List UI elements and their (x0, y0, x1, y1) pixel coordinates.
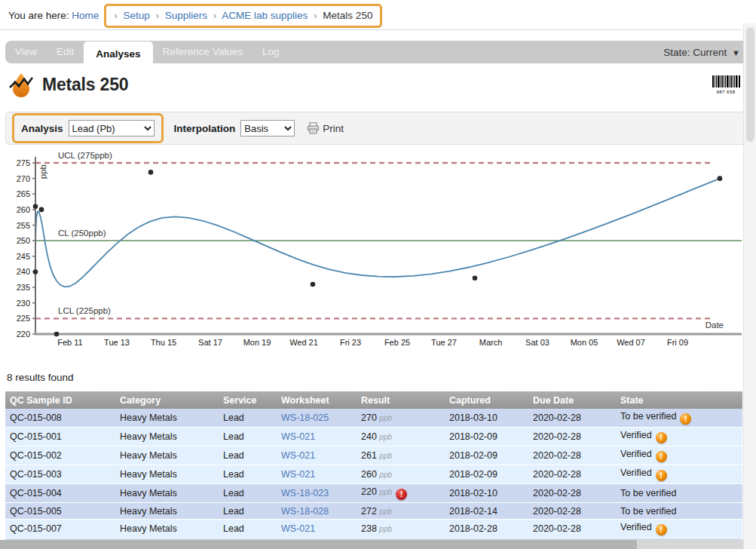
svg-text:Fri 09: Fri 09 (667, 338, 688, 347)
breadcrumb-separator: › (155, 10, 159, 21)
svg-text:245: 245 (17, 252, 30, 261)
due-date: 2020-02-28 (528, 484, 616, 503)
due-date: 2020-02-28 (528, 520, 616, 538)
horizontal-scrollbar[interactable] (0, 540, 743, 549)
result-cell: 272 ppb (357, 503, 445, 520)
worksheet-link[interactable]: WS-021 (281, 450, 315, 461)
worksheet-link[interactable]: WS-021 (281, 523, 315, 534)
worksheet-link[interactable]: WS-021 (281, 431, 315, 442)
interpolation-select[interactable]: Basis (240, 120, 295, 136)
col-worksheet[interactable]: Worksheet (277, 391, 357, 409)
service: Lead (219, 409, 277, 428)
printer-icon (307, 122, 320, 134)
col-state[interactable]: State (616, 391, 742, 409)
reference-sample-icon (8, 70, 35, 99)
svg-text:Mon 05: Mon 05 (571, 338, 598, 347)
svg-text:225: 225 (17, 314, 30, 323)
attention-icon (656, 451, 667, 462)
col-qc-sample-id[interactable]: QC Sample ID (5, 391, 115, 409)
state-cell: To be verified (616, 409, 742, 428)
results-count: 8 results found (7, 372, 756, 383)
analysis-select[interactable]: Lead (Pb) (69, 120, 155, 136)
horizontal-scrollbar-thumb[interactable] (0, 540, 637, 549)
breadcrumb-supplier-acme[interactable]: ACME lab supplies (222, 10, 308, 21)
qc-sample-id: QC-015-007 (5, 520, 115, 538)
svg-text:Wed 07: Wed 07 (617, 338, 645, 347)
captured-date: 2018-02-10 (445, 484, 528, 503)
worksheet-link[interactable]: WS-18-025 (281, 413, 329, 423)
attention-icon (656, 432, 667, 443)
table-row: QC-015-002 Heavy Metals Lead WS-021 261 … (5, 446, 742, 465)
control-chart-svg: UCL (275ppb)CL (250ppb)LCL (225ppb)22022… (0, 152, 746, 359)
category: Heavy Metals (115, 465, 219, 484)
print-button[interactable]: Print (307, 122, 344, 134)
category: Heavy Metals (115, 446, 219, 465)
due-date: 2020-02-28 (528, 446, 616, 465)
barcode-bars-icon (712, 75, 740, 87)
highlight-box-breadcrumb: › Setup › Suppliers › ACME lab supplies … (104, 4, 382, 28)
svg-text:UCL (275ppb): UCL (275ppb) (58, 152, 112, 160)
worksheet-link[interactable]: WS-18-028 (281, 506, 329, 517)
state-dropdown[interactable]: State: Current ▼ (663, 47, 751, 58)
svg-text:250: 250 (17, 236, 30, 245)
svg-text:Date: Date (705, 321, 724, 330)
result-cell: 238 ppb (357, 520, 445, 538)
col-due-date[interactable]: Due Date (528, 391, 616, 409)
attention-icon (656, 524, 667, 535)
due-date: 2020-02-28 (528, 409, 616, 428)
breadcrumb-separator: › (114, 10, 118, 21)
col-result[interactable]: Result (357, 391, 445, 409)
state-cell: Verified (616, 520, 742, 538)
svg-text:Tue 27: Tue 27 (431, 338, 457, 347)
tab-reference-values[interactable]: Reference Values (153, 41, 253, 63)
svg-text:Fri 23: Fri 23 (340, 338, 361, 347)
table-header-row: QC Sample ID Category Service Worksheet … (5, 391, 742, 409)
interpolation-label: Interpolation (174, 123, 236, 134)
svg-text:260: 260 (17, 205, 30, 214)
worksheet-link[interactable]: WS-18-023 (281, 488, 329, 498)
captured-date: 2018-02-28 (445, 520, 528, 538)
worksheet-link[interactable]: WS-021 (281, 469, 315, 480)
captured-date: 2018-03-10 (445, 409, 528, 428)
service: Lead (219, 428, 277, 446)
service: Lead (219, 465, 277, 484)
breadcrumb-suppliers[interactable]: Suppliers (165, 10, 207, 21)
tab-analyses[interactable]: Analyses (84, 41, 152, 67)
tab-log[interactable]: Log (253, 41, 289, 63)
svg-text:255: 255 (17, 221, 30, 230)
result-cell: 270 ppb (357, 409, 445, 428)
print-label: Print (323, 123, 344, 134)
page-header: Metals 250 987 658 (8, 70, 741, 99)
barcode[interactable]: 987 658 (711, 75, 741, 94)
highlight-box-analysis: Analysis Lead (Pb) (12, 113, 164, 143)
col-service[interactable]: Service (219, 391, 277, 409)
breadcrumb-home[interactable]: Home (72, 10, 99, 21)
svg-text:Feb 11: Feb 11 (57, 338, 82, 347)
state-cell: To be verified (616, 484, 742, 503)
col-category[interactable]: Category (115, 391, 219, 409)
table-row: QC-015-005 Heavy Metals Lead WS-18-028 2… (5, 503, 742, 520)
svg-text:ppb: ppb (38, 164, 47, 179)
category: Heavy Metals (115, 484, 219, 503)
due-date: 2020-02-28 (528, 503, 616, 520)
breadcrumb-separator: › (314, 10, 317, 21)
service: Lead (219, 484, 277, 503)
svg-text:Feb 25: Feb 25 (384, 338, 410, 347)
vertical-scrollbar[interactable] (743, 23, 756, 549)
tab-view[interactable]: View (5, 41, 47, 63)
qc-sample-id: QC-015-004 (5, 484, 115, 503)
breadcrumb-setup[interactable]: Setup (123, 10, 149, 21)
vertical-scrollbar-thumb[interactable] (746, 27, 754, 142)
result-cell: 220 ppb (357, 484, 445, 503)
breadcrumb: You are here: Home › Setup › Suppliers ›… (0, 0, 742, 30)
state-cell: To be verified (616, 503, 742, 520)
qc-sample-id: QC-015-005 (5, 503, 115, 520)
tab-edit[interactable]: Edit (47, 41, 84, 63)
svg-text:March: March (479, 338, 503, 347)
qc-sample-id: QC-015-008 (5, 409, 115, 428)
col-captured[interactable]: Captured (445, 391, 528, 409)
state-cell: Verified (616, 428, 742, 446)
table-row: QC-015-004 Heavy Metals Lead WS-18-023 2… (5, 484, 742, 503)
service: Lead (219, 520, 277, 538)
captured-date: 2018-02-09 (445, 428, 528, 446)
